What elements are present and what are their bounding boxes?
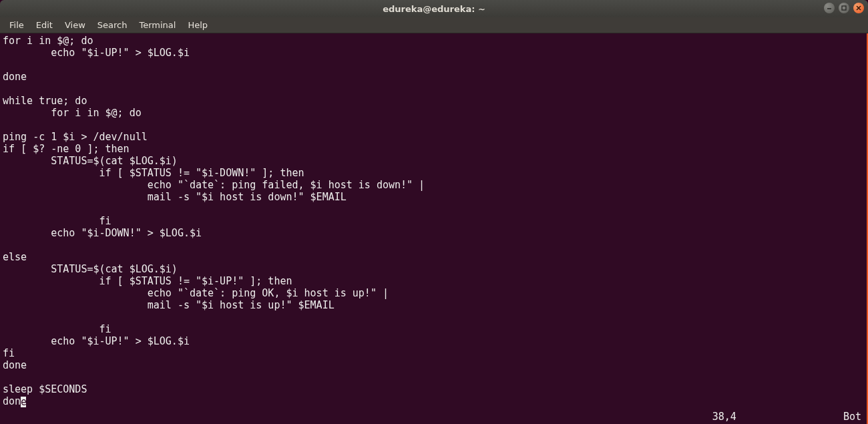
maximize-button[interactable] bbox=[839, 3, 849, 13]
menu-file[interactable]: File bbox=[4, 19, 29, 31]
maximize-icon bbox=[841, 5, 847, 11]
cursor-position: 38,4 bbox=[712, 411, 736, 423]
minimize-button[interactable] bbox=[824, 3, 835, 13]
window-title: edureka@edureka: ~ bbox=[0, 4, 868, 14]
menu-search[interactable]: Search bbox=[92, 19, 133, 31]
svg-rect-1 bbox=[842, 6, 846, 10]
menu-help[interactable]: Help bbox=[182, 19, 213, 31]
close-button[interactable] bbox=[853, 3, 864, 13]
minimize-icon bbox=[827, 5, 832, 11]
titlebar: edureka@edureka: ~ bbox=[0, 0, 868, 17]
close-icon bbox=[856, 5, 861, 11]
terminal-viewport[interactable]: for i in $@; do echo "$i-UP!" > $LOG.$i … bbox=[0, 33, 868, 424]
menu-edit[interactable]: Edit bbox=[31, 19, 58, 31]
terminal-window: edureka@edureka: ~ File Edit View Search… bbox=[0, 0, 868, 424]
window-controls bbox=[824, 3, 864, 13]
scroll-percent: Bot bbox=[843, 411, 861, 423]
vim-status-line: 38,4 Bot bbox=[5, 411, 861, 423]
menu-view[interactable]: View bbox=[59, 19, 91, 31]
terminal-text: for i in $@; do echo "$i-UP!" > $LOG.$i … bbox=[3, 35, 864, 407]
menu-terminal[interactable]: Terminal bbox=[134, 19, 181, 31]
menubar: File Edit View Search Terminal Help bbox=[0, 17, 868, 33]
